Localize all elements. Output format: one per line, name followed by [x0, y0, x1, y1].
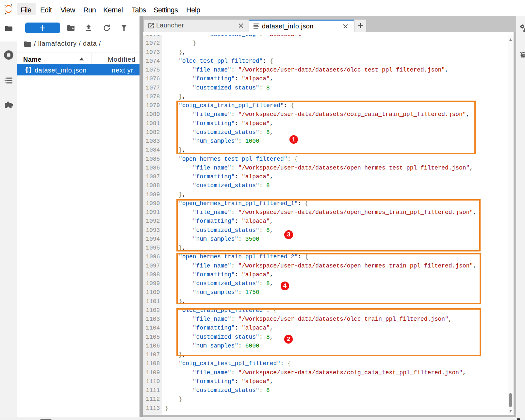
svg-text:{: {: [25, 67, 28, 73]
svg-text:}: }: [28, 67, 31, 73]
